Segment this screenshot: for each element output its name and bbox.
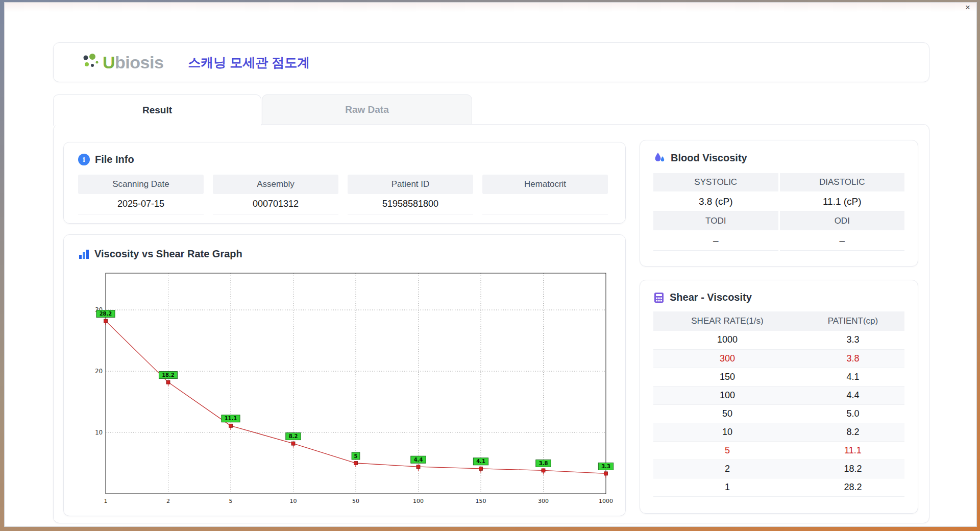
chart-svg: 1020301251050100150300100028.218.211.18.… <box>84 265 625 507</box>
svg-text:2: 2 <box>166 498 170 504</box>
table-row: 511.1 <box>653 441 904 460</box>
result-panel: i File Info Scanning Date 2025-07-15 Ass… <box>53 124 929 523</box>
field-assembly: Assembly 000701312 <box>213 175 338 214</box>
viscosity-graph-card: Viscosity vs Shear Rate Graph 1020301251… <box>63 234 626 516</box>
table-row: 10003.3 <box>653 331 904 349</box>
svg-text:5: 5 <box>229 498 233 504</box>
header-card: Ubiosis 스캐닝 모세관 점도계 <box>53 42 929 82</box>
shear-cell: 2 <box>653 460 801 478</box>
svg-text:8.2: 8.2 <box>289 433 298 439</box>
table-row: 3003.8 <box>653 349 904 368</box>
patient-cell: 11.1 <box>801 441 904 460</box>
ubiosis-logo: Ubiosis <box>79 52 163 73</box>
calculator-icon <box>653 292 665 303</box>
svg-text:1: 1 <box>104 498 108 504</box>
app-title-korean: 스캐닝 모세관 점도계 <box>188 54 310 71</box>
field-value: 51958581800 <box>348 194 473 214</box>
svg-text:300: 300 <box>538 498 549 504</box>
table-row: 108.2 <box>653 423 904 441</box>
svg-text:3.8: 3.8 <box>539 461 548 466</box>
field-value <box>482 194 608 214</box>
patient-cell: 4.1 <box>801 368 904 386</box>
shear-cell: 1000 <box>653 331 801 349</box>
info-icon: i <box>78 154 90 165</box>
field-hematocrit: Hematocrit <box>482 175 608 214</box>
svg-text:20: 20 <box>95 368 103 375</box>
patient-cell: 5.0 <box>801 404 904 423</box>
shear-cell: 100 <box>653 386 801 404</box>
diastolic-value: 11.1 (cP) <box>780 191 905 212</box>
todi-value: – <box>653 230 778 251</box>
systolic-value: 3.8 (cP) <box>653 191 778 212</box>
shear-viscosity-table: SHEAR RATE(1/s) PATIENT(cp) 10003.3 3003… <box>653 311 904 497</box>
field-scanning-date: Scanning Date 2025-07-15 <box>78 175 204 214</box>
shear-viscosity-title: Shear - Viscosity <box>670 292 752 303</box>
column-header-shear-rate: SHEAR RATE(1/s) <box>653 311 801 331</box>
odi-value: – <box>780 230 905 251</box>
todi-label: TODI <box>653 212 778 230</box>
field-label: Patient ID <box>348 175 473 194</box>
svg-text:28.2: 28.2 <box>100 311 112 317</box>
viscosity-chart: 1020301251050100150300100028.218.211.18.… <box>84 265 611 509</box>
tab-result[interactable]: Result <box>53 94 261 126</box>
blood-viscosity-title: Blood Viscosity <box>671 152 747 164</box>
file-info-card: i File Info Scanning Date 2025-07-15 Ass… <box>63 142 626 224</box>
window-titlebar: × <box>5 3 976 12</box>
blood-viscosity-grid: SYSTOLIC DIASTOLIC 3.8 (cP) 11.1 (cP) TO… <box>653 173 904 251</box>
patient-cell: 8.2 <box>801 423 904 441</box>
field-label: Scanning Date <box>78 175 204 194</box>
field-label: Hematocrit <box>482 175 608 194</box>
blood-viscosity-card: Blood Viscosity SYSTOLIC DIASTOLIC 3.8 (… <box>640 140 918 267</box>
tab-raw-data[interactable]: Raw Data <box>262 94 472 125</box>
svg-text:100: 100 <box>413 498 424 504</box>
logo-text-biosis: biosis <box>115 53 163 72</box>
svg-text:1000: 1000 <box>599 498 613 504</box>
svg-text:50: 50 <box>352 498 359 504</box>
svg-text:4.4: 4.4 <box>414 457 423 463</box>
table-row: 1504.1 <box>653 368 904 386</box>
shear-cell: 1 <box>653 478 801 496</box>
column-header-patient: PATIENT(cp) <box>801 311 904 331</box>
graph-title: Viscosity vs Shear Rate Graph <box>94 248 242 260</box>
shear-cell: 5 <box>653 441 801 460</box>
logo-leaf-icon <box>79 52 103 73</box>
svg-text:10: 10 <box>290 498 297 504</box>
field-value: 000701312 <box>213 194 338 214</box>
table-row: 128.2 <box>653 478 904 496</box>
patient-cell: 3.3 <box>801 331 904 349</box>
shear-cell: 50 <box>653 404 801 423</box>
svg-text:10: 10 <box>95 429 103 436</box>
close-icon[interactable]: × <box>965 3 970 12</box>
svg-text:3.3: 3.3 <box>601 464 610 469</box>
shear-cell: 10 <box>653 423 801 441</box>
table-row: 505.0 <box>653 404 904 423</box>
table-row: 218.2 <box>653 460 904 478</box>
svg-text:4.1: 4.1 <box>476 458 485 464</box>
patient-cell: 3.8 <box>801 349 904 368</box>
systolic-label: SYSTOLIC <box>653 173 778 191</box>
shear-cell: 150 <box>653 368 801 386</box>
bar-chart-icon <box>78 249 89 260</box>
shear-cell: 300 <box>653 349 801 368</box>
patient-cell: 28.2 <box>801 478 904 496</box>
patient-cell: 4.4 <box>801 386 904 404</box>
svg-text:11.1: 11.1 <box>225 416 237 421</box>
file-info-title: File Info <box>95 154 134 165</box>
svg-text:18.2: 18.2 <box>162 372 175 378</box>
odi-label: ODI <box>780 212 905 230</box>
patient-cell: 18.2 <box>801 460 904 478</box>
app-window: × Ubiosis 스캐닝 모세관 점도계 Result Raw Data <box>4 2 977 527</box>
table-row: 1004.4 <box>653 386 904 404</box>
field-patient-id: Patient ID 51958581800 <box>348 175 473 214</box>
file-info-fields: Scanning Date 2025-07-15 Assembly 000701… <box>78 175 611 214</box>
field-value: 2025-07-15 <box>78 194 204 214</box>
field-label: Assembly <box>213 175 338 194</box>
droplets-icon <box>653 152 666 164</box>
svg-text:150: 150 <box>476 498 486 504</box>
shear-viscosity-card: Shear - Viscosity SHEAR RATE(1/s) PATIEN… <box>640 280 918 514</box>
diastolic-label: DIASTOLIC <box>780 173 905 191</box>
logo-text-u: U <box>103 53 115 72</box>
svg-text:5: 5 <box>354 453 358 459</box>
